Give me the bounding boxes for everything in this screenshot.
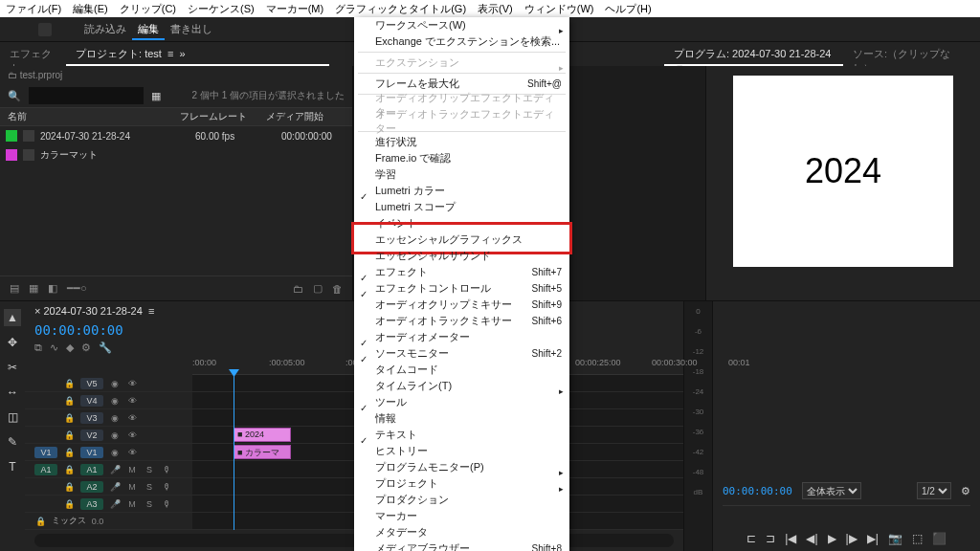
menu-item[interactable]: 進行状況 xyxy=(354,134,569,150)
link-icon[interactable]: ∿ xyxy=(50,342,58,354)
lock-icon[interactable]: 🔒 xyxy=(63,430,75,441)
playhead[interactable] xyxy=(234,375,234,530)
menu-item[interactable]: Lumetri カラー xyxy=(354,183,569,199)
resolution-select[interactable]: 1/2 xyxy=(917,482,951,499)
lock-icon[interactable]: 🔒 xyxy=(63,464,75,475)
eye-icon[interactable]: 👁 xyxy=(126,447,138,458)
program-monitor[interactable]: 2024 xyxy=(733,76,953,267)
tool-button[interactable]: ✂ xyxy=(4,359,21,376)
menu-編集(E)[interactable]: 編集(E) xyxy=(73,2,108,16)
export-frame-button[interactable]: 📷 xyxy=(888,532,902,545)
settings-icon[interactable]: ⚙ xyxy=(81,342,91,354)
step-back-button[interactable]: ◀| xyxy=(806,532,817,545)
workspace-tab[interactable]: 読み込み xyxy=(78,19,132,38)
lock-icon[interactable]: 🔒 xyxy=(63,395,75,407)
menu-item[interactable]: ヒストリー xyxy=(354,443,569,459)
mute-icon[interactable]: 🎤 xyxy=(109,464,121,475)
menu-item[interactable]: プロダクション xyxy=(354,492,569,508)
menu-表示(V)[interactable]: 表示(V) xyxy=(478,2,513,16)
track-label[interactable]: V4 xyxy=(80,395,103,407)
menu-item[interactable]: オーディオメーター xyxy=(354,329,569,345)
menu-item[interactable]: Exchange でエクステンションを検索... xyxy=(354,33,569,50)
menu-item[interactable]: メディアブラウザーShift+8 xyxy=(354,540,569,551)
program-timecode[interactable]: 00:00:00:00 xyxy=(723,485,792,497)
bin-icon[interactable]: ▦ xyxy=(151,90,163,101)
tool-button[interactable]: ↔ xyxy=(4,384,21,401)
menu-ウィンドウ(W)[interactable]: ウィンドウ(W) xyxy=(524,2,594,16)
menu-item[interactable]: マーカー xyxy=(354,508,569,524)
next-button[interactable]: ▶| xyxy=(867,532,879,545)
effects-tab[interactable]: エフェクト xyxy=(0,42,66,66)
track-label[interactable]: V1 xyxy=(80,447,103,458)
lift-button[interactable]: ⬚ xyxy=(912,532,923,545)
track-label[interactable]: V3 xyxy=(80,412,103,424)
eye-icon[interactable]: 👁 xyxy=(126,430,138,441)
workspace-tab[interactable]: 書き出し xyxy=(165,19,218,38)
menu-item[interactable]: エフェクトShift+7 xyxy=(354,264,569,280)
menu-item[interactable]: オーディオクリップミキサーShift+9 xyxy=(354,297,569,313)
menu-item[interactable]: タイムコード xyxy=(354,362,569,378)
eye-icon[interactable]: 👁 xyxy=(126,395,138,407)
mark-out-button[interactable]: ⊐ xyxy=(766,532,775,545)
menu-item[interactable]: エッセンシャルグラフィックス xyxy=(354,231,569,248)
tool-button[interactable]: ✥ xyxy=(4,334,21,351)
menu-item[interactable]: プロジェクト xyxy=(354,475,569,492)
fit-select[interactable]: 全体表示 xyxy=(802,482,861,499)
icon-view-icon[interactable]: ▦ xyxy=(29,282,38,295)
trash-icon[interactable]: 🗑 xyxy=(332,283,343,295)
source-patch[interactable]: V1 xyxy=(34,447,57,458)
toggle-output-icon[interactable]: ◉ xyxy=(109,447,121,458)
program-ruler[interactable] xyxy=(723,505,970,526)
menu-item[interactable]: メタデータ xyxy=(354,524,569,540)
menu-item[interactable]: ワークスペース(W) xyxy=(354,17,569,33)
menu-item[interactable]: テキスト xyxy=(354,427,569,443)
toggle-output-icon[interactable]: ◉ xyxy=(109,378,121,389)
overwrite-button[interactable]: ⬛ xyxy=(932,532,947,545)
menu-item[interactable]: オーディオトラックミキサーShift+6 xyxy=(354,313,569,329)
menu-item[interactable]: 学習 xyxy=(354,166,569,183)
menu-マーカー(M)[interactable]: マーカー(M) xyxy=(266,2,324,16)
new-bin-icon[interactable]: 🗀 xyxy=(293,283,303,295)
lock-icon[interactable]: 🔒 xyxy=(63,447,75,458)
menu-item[interactable]: エッセンシャルサウンド xyxy=(354,248,569,264)
track-label[interactable]: V5 xyxy=(80,378,103,389)
menu-グラフィックとタイトル(G)[interactable]: グラフィックとタイトル(G) xyxy=(335,2,466,16)
workspace-tab[interactable]: 編集 xyxy=(132,19,165,40)
menu-item[interactable]: イベント xyxy=(354,215,569,231)
project-item[interactable]: カラーマット xyxy=(0,145,352,165)
toggle-output-icon[interactable]: ◉ xyxy=(109,395,121,407)
home-icon[interactable] xyxy=(38,23,52,36)
menu-シーケンス(S)[interactable]: シーケンス(S) xyxy=(188,2,255,16)
menu-item[interactable]: フレームを最大化Shift+@ xyxy=(354,76,569,92)
track-label[interactable]: V2 xyxy=(80,430,103,441)
menu-item[interactable]: ツール xyxy=(354,394,569,410)
menu-item[interactable]: 情報 xyxy=(354,410,569,427)
project-item[interactable]: 2024-07-30 21-28-24 60.00 fps 00:00:00:0… xyxy=(0,126,352,145)
toggle-output-icon[interactable]: ◉ xyxy=(109,412,121,424)
menu-ヘルプ(H)[interactable]: ヘルプ(H) xyxy=(605,2,651,16)
menu-item[interactable]: エフェクトコントロールShift+5 xyxy=(354,280,569,297)
lock-icon[interactable]: 🔒 xyxy=(63,412,75,424)
eye-icon[interactable]: 👁 xyxy=(126,412,138,424)
track-label[interactable]: A3 xyxy=(80,498,103,510)
clip[interactable]: ■ カラーマッ xyxy=(234,445,291,459)
menubar[interactable]: ファイル(F)編集(E)クリップ(C)シーケンス(S)マーカー(M)グラフィック… xyxy=(0,0,980,17)
window-menu[interactable]: ワークスペース(W)Exchange でエクステンションを検索...エクステンシ… xyxy=(354,17,569,551)
voice-icon[interactable]: 🎙 xyxy=(161,464,172,475)
tool-button[interactable]: ▲ xyxy=(4,309,21,326)
tool-button[interactable]: ◫ xyxy=(4,408,21,426)
col-start[interactable]: メディア開始 xyxy=(258,110,352,123)
voice-icon[interactable]: 🎙 xyxy=(161,498,172,510)
col-name[interactable]: 名前 xyxy=(0,110,172,123)
menu-ファイル(F)[interactable]: ファイル(F) xyxy=(6,2,61,16)
marker-icon[interactable]: ◆ xyxy=(66,342,74,354)
menu-クリップ(C)[interactable]: クリップ(C) xyxy=(120,2,176,16)
project-tab[interactable]: プロジェクト: test ≡ » xyxy=(66,42,329,66)
track-label[interactable]: A2 xyxy=(80,481,103,493)
lock-icon[interactable]: 🔒 xyxy=(63,498,75,510)
prev-button[interactable]: |◀ xyxy=(785,532,796,545)
tool-button[interactable]: T xyxy=(4,458,21,475)
voice-icon[interactable]: 🎙 xyxy=(161,481,172,493)
list-view-icon[interactable]: ▤ xyxy=(10,282,19,295)
mute-icon[interactable]: 🎤 xyxy=(109,481,121,493)
